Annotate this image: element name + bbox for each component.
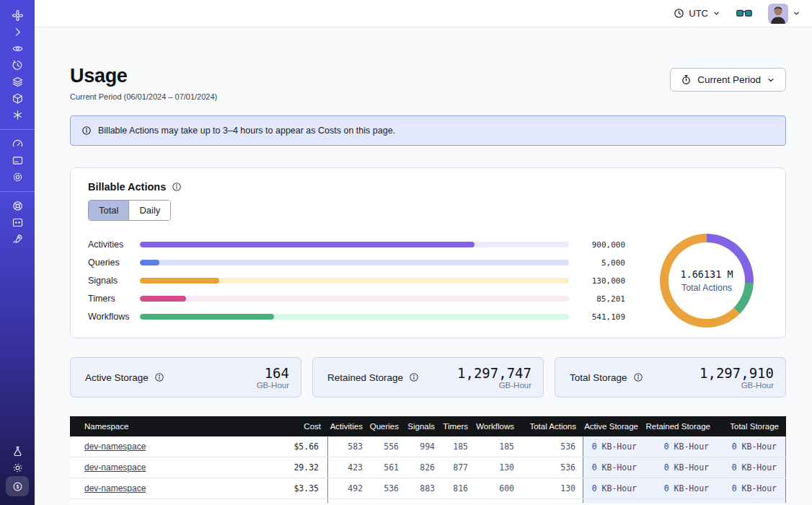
active-storage-unit: GB-Hour <box>257 381 289 390</box>
total-storage-value: 0 KB-Hour <box>718 436 786 457</box>
activities-value: 423 <box>328 457 370 478</box>
col-total-storage: Total Storage <box>718 416 786 436</box>
clock-icon <box>674 8 684 19</box>
total-storage-unit: GB-Hour <box>700 381 774 390</box>
storage-summary-row: Active Storage 164 GB-Hour Retained Stor… <box>70 357 786 398</box>
info-icon <box>154 372 164 382</box>
cost-value: $5.66 <box>294 442 319 452</box>
timers-value: 877 <box>442 457 475 478</box>
table-row-partial <box>70 499 786 503</box>
bar-row: Activities 900,000 <box>88 236 625 254</box>
bar-row: Queries 5,000 <box>88 254 625 272</box>
tab-daily[interactable]: Daily <box>129 201 170 220</box>
history-icon[interactable] <box>6 57 28 74</box>
col-queries: Queries <box>370 416 406 436</box>
bar-row: Signals 130,000 <box>88 272 625 290</box>
total-storage-value: 1,297,910 <box>700 366 774 380</box>
namespace-link[interactable]: dev-namespace <box>84 483 146 493</box>
workflows-value: 130 <box>475 457 521 478</box>
col-workflows: Workflows <box>475 416 521 436</box>
namespace-usage-table: Namespace Cost Activities Queries Signal… <box>70 416 786 503</box>
card-icon[interactable] <box>6 152 28 169</box>
info-icon <box>81 126 92 136</box>
bar-label: Queries <box>88 258 140 268</box>
retained-storage-value: 0 KB-Hour <box>645 436 718 457</box>
bar-value: 5,000 <box>579 258 625 268</box>
svg-text:$: $ <box>16 483 19 489</box>
info-icon <box>172 182 182 192</box>
glasses-icon[interactable] <box>736 8 752 19</box>
sidebar: $ <box>0 0 35 505</box>
bar-label: Workflows <box>88 312 140 322</box>
dollar-coin-icon[interactable]: $ <box>6 476 29 496</box>
stopwatch-icon <box>681 74 692 85</box>
temporal-logo-icon[interactable] <box>6 7 28 24</box>
retained-storage-card: Retained Storage 1,297,747 GB-Hour <box>312 357 544 398</box>
avatar <box>768 4 788 24</box>
bar-fill <box>140 278 219 284</box>
signals-value: 883 <box>406 478 442 499</box>
chevron-down-icon <box>767 76 775 84</box>
donut-chart: 1.66131 M Total Actions <box>660 234 754 328</box>
account-menu[interactable] <box>768 4 800 24</box>
bar-value: 541,109 <box>579 312 625 322</box>
col-total-actions: Total Actions <box>521 416 583 436</box>
workflows-value: 600 <box>475 478 521 499</box>
info-banner-text: Billable Actions may take up to 3–4 hour… <box>98 126 395 136</box>
total-storage-label: Total Storage <box>570 372 627 383</box>
cube-icon[interactable] <box>6 90 28 107</box>
sun-icon[interactable] <box>6 460 28 476</box>
bar-value: 900,000 <box>579 240 625 250</box>
signals-value: 994 <box>406 436 442 457</box>
namespace-link[interactable]: dev-namespace <box>84 442 146 452</box>
queries-value: 561 <box>370 457 406 478</box>
bar-fill <box>140 242 475 247</box>
timers-value: 185 <box>442 436 475 457</box>
workflows-value: 185 <box>475 436 521 457</box>
total-storage-card: Total Storage 1,297,910 GB-Hour <box>555 357 786 398</box>
total-storage-value: 0 KB-Hour <box>718 457 786 478</box>
col-namespace: Namespace <box>70 416 243 436</box>
chevron-down-icon <box>712 9 720 17</box>
tab-total[interactable]: Total <box>89 201 129 220</box>
period-dropdown-button[interactable]: Current Period <box>670 68 786 92</box>
total-actions-value: 536 <box>521 436 583 457</box>
retained-storage-value: 0 KB-Hour <box>645 478 718 499</box>
timezone-selector[interactable]: UTC <box>674 8 720 19</box>
cost-value: $3.35 <box>294 483 319 493</box>
table-row: dev-namespace 29.32 423 561 826 877 130 … <box>70 457 786 478</box>
active-storage-value: 0 KB-Hour <box>583 436 645 457</box>
lifebuoy-icon[interactable] <box>6 198 28 214</box>
info-icon <box>409 372 419 382</box>
gauge-icon[interactable] <box>6 136 28 152</box>
topbar: UTC <box>35 0 812 27</box>
col-timers: Timers <box>442 416 475 436</box>
col-retained-storage: Retained Storage <box>645 416 718 436</box>
bar-label: Activities <box>88 240 140 250</box>
bar-track <box>140 296 569 302</box>
eye-icon[interactable] <box>6 40 28 57</box>
bar-fill <box>140 260 159 265</box>
bar-label: Timers <box>88 294 140 304</box>
retained-storage-unit: GB-Hour <box>457 381 531 390</box>
asterisk-icon[interactable] <box>6 107 28 123</box>
active-storage-value: 0 KB-Hour <box>583 478 645 499</box>
retained-storage-value: 0 KB-Hour <box>645 457 718 478</box>
bar-track <box>140 278 569 284</box>
terminal-icon[interactable] <box>6 214 28 231</box>
billable-actions-title: Billable Actions <box>88 181 166 193</box>
sidebar-divider <box>0 191 35 192</box>
chevron-down-icon <box>793 9 800 17</box>
chevron-right-icon[interactable] <box>6 24 28 40</box>
active-storage-value: 164 <box>257 366 289 380</box>
namespace-link[interactable]: dev-namespace <box>84 462 146 473</box>
gear-icon[interactable] <box>6 169 28 185</box>
info-banner: Billable Actions may take up to 3–4 hour… <box>70 115 786 146</box>
layers-icon[interactable] <box>6 74 28 90</box>
col-signals: Signals <box>406 416 442 436</box>
active-storage-value: 0 KB-Hour <box>583 457 645 478</box>
cost-value: 29.32 <box>294 462 319 473</box>
flask-icon[interactable] <box>6 443 28 460</box>
rocket-icon[interactable] <box>6 231 28 247</box>
bar-fill <box>140 296 186 302</box>
